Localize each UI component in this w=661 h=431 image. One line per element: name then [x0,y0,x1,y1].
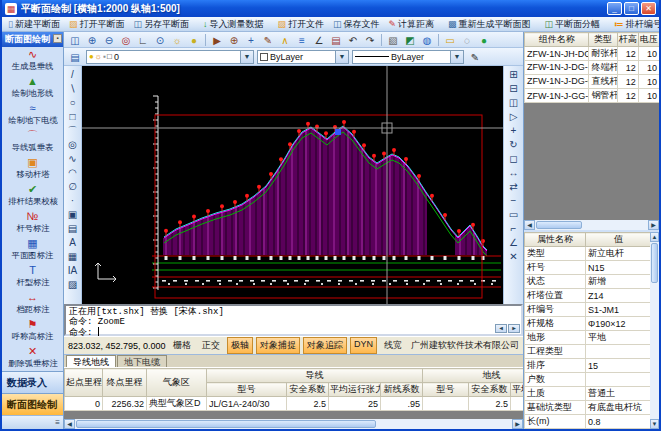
drawing-canvas[interactable] [82,66,503,304]
minimize-button[interactable]: _ [607,2,622,15]
component-row[interactable]: ZFW-1N-J-DG-13单终端杆1210 [525,61,660,75]
circle-small-tool[interactable]: ○ [65,95,81,109]
extend-tool[interactable]: − [506,193,522,207]
scroll-thumb[interactable] [76,420,376,428]
copy-tool[interactable]: ⊞ [506,67,522,81]
open-file-button[interactable]: ▨打开文件 [273,18,328,31]
rectangle-tool[interactable]: □ [65,109,81,123]
property-value[interactable]: Φ190×12 [586,317,651,331]
scroll-down-icon[interactable]: ▼ [650,419,659,429]
property-value[interactable]: 普通土 [586,387,651,401]
group-icon[interactable]: ▧ [385,33,401,47]
property-value[interactable]: 平地 [586,331,651,345]
property-value[interactable]: 新立电杆 [586,247,651,261]
zoom-extents-icon[interactable]: ◎ [118,33,134,47]
break-tool[interactable]: ▭ [506,207,522,221]
component-row[interactable]: ZFW-1N-J-DG-01单直线杆1210 [525,75,660,89]
tool-plan-view-label[interactable]: ▦平面图标注 [2,237,63,264]
property-row[interactable]: 长(m)0.8 [525,415,651,429]
property-value[interactable] [586,345,651,359]
scroll-left-icon[interactable]: ◀ [64,419,75,429]
command-scroll-left-icon[interactable]: ◀ [495,324,507,333]
property-row[interactable]: 杆塔位置Z14 [525,289,651,303]
tool-generate-catenary[interactable]: ∿生成悬垂线 [2,48,63,75]
ellipse-arc-tool[interactable]: ∅ [65,179,81,193]
block-icon[interactable]: ▤ [328,33,344,47]
command-window[interactable]: 正在用[txt.shx] 替换 [宋体.shx] 命令: ZoomE 命令: ◀… [64,304,523,336]
hatch-tool[interactable]: ▨ [65,277,81,291]
sidebar-overflow-chevron[interactable]: ≡ [2,415,63,429]
pan-icon[interactable]: + [243,33,259,47]
chamfer-tool[interactable]: ⌐ [506,221,522,235]
tool-move-pole[interactable]: ▣移动杆塔 [2,156,63,183]
tool-pole-type-label[interactable]: T杆型标注 [2,264,63,291]
status-toggle-对象捕捉[interactable]: 对象捕捉 [256,337,300,354]
select-icon[interactable]: ▶ [209,33,225,47]
tab-underground-cable[interactable]: 地下电缆 [117,355,167,367]
brightness-icon[interactable]: ☼ [169,33,185,47]
property-row[interactable]: 户数 [525,373,651,387]
property-value[interactable]: 有底盘电杆坑 [586,401,651,415]
component-column-header[interactable]: 电压 [638,33,659,47]
tool-draw-terrain-line[interactable]: ▲绘制地形线 [2,75,63,102]
property-row[interactable]: 排序15 [525,359,651,373]
offset-tool[interactable]: ▷ [506,109,522,123]
property-row[interactable]: 土质普通土 [525,387,651,401]
scroll-thumb[interactable] [536,221,582,229]
regenerate-profile-button[interactable]: ▩重新生成平断面图 [444,18,535,31]
pole-numbering-button[interactable]: ≔排杆编号 [610,18,659,31]
lamp-icon[interactable]: ● [186,33,202,47]
status-toggle-正交[interactable]: 正交 [198,337,224,354]
property-value[interactable]: N15 [586,261,651,275]
redo-icon[interactable]: ↷ [362,33,378,47]
property-row[interactable]: 工程类型 [525,345,651,359]
zoom-in-icon[interactable]: ⊕ [84,33,100,47]
sidebar-pin-icon[interactable]: ▪ [53,34,62,43]
property-row[interactable]: 杆规格Φ190×12 [525,317,651,331]
rotate-tool[interactable]: ↻ [506,137,522,151]
ellipse-tool[interactable]: ◠ [65,165,81,179]
status-toggle-栅格[interactable]: 栅格 [169,337,195,354]
property-value[interactable]: S1-JM1 [586,303,651,317]
component-row[interactable]: ZFW-1N-JH-DG-02J耐张杆1210 [525,47,660,61]
trim-tool[interactable]: ⇄ [506,179,522,193]
lasso-icon[interactable]: ◌ [459,33,475,47]
property-value[interactable]: 0.8 [586,415,651,429]
property-value[interactable] [586,373,651,387]
property-row[interactable]: 状态新增 [525,275,651,289]
saveas-profile-button[interactable]: ◫另存平断面 [129,18,193,31]
tool-delete-sag-label[interactable]: ✕删除弧垂标注 [2,345,63,371]
component-column-header[interactable]: 杆高 [617,33,638,47]
scale-tool[interactable]: ◻ [506,151,522,165]
zoom-out-icon[interactable]: ⊖ [101,33,117,47]
tool-check-pole-layout[interactable]: ✔排杆结果校核 [2,183,63,210]
tool-conductor-sag-table[interactable]: ⌒导线弧垂表 [2,129,63,156]
properties-vscrollbar[interactable]: ▲ ▼ [650,232,659,429]
block-insert-tool[interactable]: ▣ [65,207,81,221]
erase-tool[interactable]: ✕ [506,249,522,263]
nav-data-entry-button[interactable]: 数据录入 [2,371,63,393]
render-icon[interactable]: ◍ [419,33,435,47]
scroll-thumb[interactable] [651,243,658,283]
move-tool[interactable]: + [506,123,522,137]
ruler-icon[interactable]: ▭ [442,33,458,47]
color-dropdown-arrow-icon[interactable]: ▼ [335,51,348,63]
close-button[interactable]: ✕ [641,2,656,15]
fillet-tool[interactable]: ∠ [506,235,522,249]
layer-manager-icon[interactable]: ▤ [67,50,83,64]
status-toggle-对象追踪[interactable]: 对象追踪 [303,337,347,354]
linetype-dropdown-arrow-icon[interactable]: ▼ [450,51,463,63]
tool-nominal-height-label[interactable]: ⚑呼称高标注 [2,318,63,345]
linetype-edit-icon[interactable]: ✎ [467,50,483,64]
component-column-header[interactable]: 类型 [589,33,617,47]
copy-stack-tool[interactable]: ⊟ [506,81,522,95]
status-toggle-DYN[interactable]: DYN [350,337,377,354]
maximize-button[interactable]: □ [624,2,639,15]
tab-conductor-groundwire[interactable]: 导线地线 [66,355,116,367]
measure-distance-button[interactable]: ✎计算距离 [385,18,439,31]
property-value[interactable]: 新增 [586,275,651,289]
draw-order-icon[interactable]: ≡ [294,33,310,47]
color-dropdown[interactable]: ByLayer ▼ [257,50,349,64]
point-tool[interactable]: · [65,193,81,207]
scroll-right-icon[interactable]: ▶ [648,220,659,230]
